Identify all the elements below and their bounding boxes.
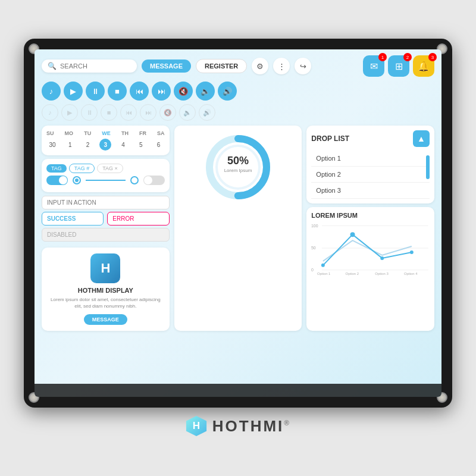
cal-day-sa: SA: [157, 130, 165, 136]
settings-icon-btn[interactable]: ⚙: [252, 58, 268, 74]
bottom-bar: [35, 384, 441, 397]
toggle-knob-off: [144, 176, 152, 184]
bell-pill-icon[interactable]: 🔔 3: [413, 55, 434, 77]
svg-text:Option 4: Option 4: [404, 272, 418, 275]
cal-date-6[interactable]: 6: [153, 139, 165, 151]
cal-day-th: TH: [121, 130, 129, 136]
tag-close[interactable]: TAG ×: [97, 164, 123, 173]
droplist-item-1[interactable]: Option 1: [311, 151, 430, 167]
vol-down-btn[interactable]: 🔈: [196, 82, 215, 101]
search-box[interactable]: 🔍: [42, 60, 137, 73]
message-pill-icon[interactable]: ✉ 1: [363, 55, 384, 77]
vol-up-btn2[interactable]: 🔊: [199, 104, 215, 121]
stop-btn2[interactable]: ■: [101, 104, 117, 121]
input-fields-panel: [42, 196, 170, 244]
input-row2: [42, 212, 170, 226]
cal-day-mo: MO: [65, 130, 74, 136]
vol-up-btn[interactable]: 🔊: [218, 82, 237, 101]
input-success[interactable]: [42, 212, 104, 226]
cal-day-tu: TU: [84, 130, 91, 136]
stop-btn[interactable]: ■: [108, 82, 127, 101]
search-input[interactable]: [60, 62, 131, 70]
next-btn2[interactable]: ⏭: [140, 104, 156, 121]
pause-btn2[interactable]: ⏸: [81, 104, 98, 121]
calendar-dates: 30 1 2 3 4 5 6: [46, 139, 165, 151]
logout-icon-btn[interactable]: ↪: [295, 58, 311, 74]
svg-point-3: [235, 136, 241, 142]
radio-filled[interactable]: [73, 176, 81, 184]
line-chart: 100 50 0: [311, 223, 430, 276]
svg-text:Option 2: Option 2: [346, 272, 359, 275]
brand-bar: H HOTHMI®: [185, 415, 291, 437]
droplist-header: DROP LIST ▲: [311, 130, 430, 147]
gauge-chart: 50% Lorem Ipsum: [202, 131, 274, 203]
center-column: 50% Lorem Ipsum: [174, 126, 302, 331]
scrollbar-thumb[interactable]: [426, 155, 430, 179]
mute-btn2[interactable]: 🔇: [159, 104, 176, 121]
droplist-up-button[interactable]: ▲: [413, 130, 430, 147]
prev-btn2[interactable]: ⏮: [120, 104, 137, 121]
register-button[interactable]: REGISTER: [196, 59, 247, 73]
card-message-button[interactable]: MESSAGE: [84, 314, 127, 325]
gauge-container: 50% Lorem Ipsum: [174, 126, 302, 331]
radio-empty[interactable]: [130, 176, 139, 184]
music-btn2[interactable]: ♪: [42, 104, 58, 121]
droplist-item-2[interactable]: Option 2: [311, 167, 430, 183]
next-btn[interactable]: ⏭: [152, 82, 171, 101]
svg-text:Option 1: Option 1: [317, 272, 331, 275]
card-logo: H: [90, 253, 120, 283]
grid-badge: 2: [403, 53, 412, 61]
svg-point-14: [350, 232, 355, 237]
mute-btn[interactable]: 🔇: [174, 82, 193, 101]
droplist-item-3[interactable]: Option 3: [311, 183, 430, 199]
message-badge: 1: [378, 53, 387, 61]
media-controls-row2: ♪ ▶ ⏸ ■ ⏮ ⏭ 🔇 🔈 🔊: [42, 104, 434, 121]
radio-line: [86, 180, 126, 181]
music-btn[interactable]: ♪: [42, 82, 61, 101]
cal-date-2[interactable]: 2: [82, 139, 94, 151]
monitor: 🔍 MESSAGE REGISTER ⚙ ⋮ ↪ ✉ 1 ⊞ 2 🔔 3: [24, 39, 452, 408]
media-controls-row1: ♪ ▶ ⏸ ■ ⏮ ⏭ 🔇 🔈 🔊: [42, 82, 434, 101]
tags-row: TAG TAG # TAG ×: [46, 164, 165, 173]
cal-day-fr: FR: [139, 130, 146, 136]
top-bar: 🔍 MESSAGE REGISTER ⚙ ⋮ ↪ ✉ 1 ⊞ 2 🔔 3: [42, 55, 434, 77]
svg-text:Option 3: Option 3: [375, 272, 389, 275]
cal-date-4[interactable]: 4: [117, 139, 129, 151]
brand-logo-svg: H: [185, 415, 208, 437]
card-text: Lorem ipsum dolor sit amet, consectetuer…: [48, 296, 164, 309]
prev-btn[interactable]: ⏮: [130, 82, 149, 101]
droplist-title: DROP LIST: [311, 134, 349, 143]
right-column: DROP LIST ▲ Option 1 Option 2 Option 3 L…: [306, 126, 434, 331]
svg-point-2: [217, 146, 259, 189]
play-btn[interactable]: ▶: [64, 82, 83, 101]
svg-point-16: [410, 250, 414, 254]
cal-date-3[interactable]: 3: [99, 139, 111, 151]
more-icon-btn[interactable]: ⋮: [273, 58, 290, 74]
top-right-icons: ✉ 1 ⊞ 2 🔔 3: [363, 55, 434, 77]
cal-date-1[interactable]: 1: [64, 139, 76, 151]
left-column: SU MO TU WE TH FR SA 30 1 2 3 4 5: [42, 126, 170, 331]
message-button[interactable]: MESSAGE: [142, 60, 191, 73]
svg-text:H: H: [193, 420, 200, 431]
svg-point-13: [321, 264, 325, 267]
play-btn2[interactable]: ▶: [61, 104, 78, 121]
grid-pill-icon[interactable]: ⊞ 2: [388, 55, 409, 77]
cal-date-5[interactable]: 5: [135, 139, 147, 151]
toggle-off[interactable]: [143, 176, 165, 185]
chart-box: LOREM IPSUM 100 50 0: [306, 207, 434, 331]
svg-text:0: 0: [311, 268, 314, 272]
pause-btn[interactable]: ⏸: [86, 82, 105, 101]
input-error[interactable]: [107, 212, 169, 226]
card-title: HOTHMI DISPLAY: [48, 287, 164, 294]
input-in-action[interactable]: [42, 196, 170, 209]
toggle-row: [46, 176, 165, 185]
cal-date-30[interactable]: 30: [46, 139, 58, 151]
droplist: DROP LIST ▲ Option 1 Option 2 Option 3: [306, 126, 434, 203]
card-logo-letter: H: [101, 261, 110, 276]
tags-toggles-panel: TAG TAG # TAG ×: [42, 159, 170, 192]
svg-point-15: [381, 256, 384, 260]
tag-outline[interactable]: TAG #: [69, 164, 95, 173]
vol-down-btn2[interactable]: 🔈: [179, 104, 196, 121]
tag-active[interactable]: TAG: [46, 164, 67, 173]
toggle-on[interactable]: [46, 176, 68, 185]
